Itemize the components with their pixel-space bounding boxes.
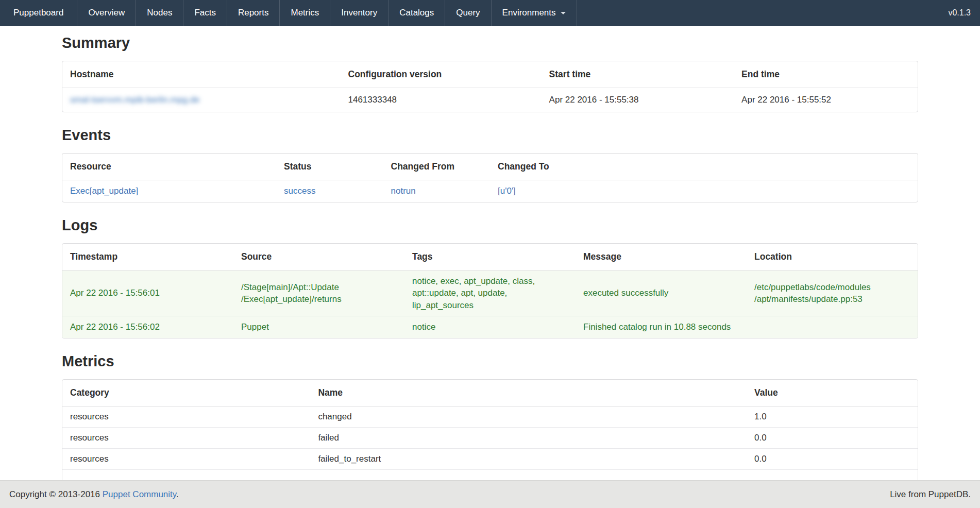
- log-message-cell: Finished catalog run in 10.88 seconds: [576, 316, 747, 338]
- environments-dropdown-label: Environments: [502, 8, 556, 18]
- events-col-changed-to: Changed To: [490, 154, 918, 180]
- log-tags-cell: notice: [404, 316, 576, 338]
- log-message-cell: executed successfully: [576, 270, 747, 316]
- log-location-cell: /etc/puppetlabs/code/modules /apt/manife…: [747, 270, 918, 316]
- events-table: Resource Status Changed From Changed To …: [62, 154, 918, 202]
- log-source-cell: Puppet: [233, 316, 404, 338]
- nav-item-metrics[interactable]: Metrics: [279, 0, 330, 26]
- metrics-col-category: Category: [62, 380, 310, 407]
- log-timestamp-cell: Apr 22 2016 - 15:56:01: [62, 270, 233, 316]
- log-row: Apr 22 2016 - 15:56:02 Puppet notice Fin…: [62, 316, 918, 338]
- changed-from-cell: notrun: [383, 180, 491, 202]
- hostname-cell: smal-tservvm.mpib-berlin.mpg.de: [62, 88, 341, 112]
- puppetdb-status-text: Live from PuppetDB.: [890, 489, 971, 500]
- summary-table: Hostname Configuration version Start tim…: [62, 61, 918, 112]
- nav-item-reports[interactable]: Reports: [227, 0, 280, 26]
- metrics-heading: Metrics: [62, 354, 918, 369]
- log-source-cell: /Stage[main]/Apt::Update /Exec[apt_updat…: [233, 270, 404, 316]
- metric-row: resources failed_to_restart 0.0: [62, 448, 918, 469]
- nav-item-query[interactable]: Query: [445, 0, 491, 26]
- status-link[interactable]: success: [284, 186, 315, 196]
- copyright-suffix: .: [176, 489, 179, 499]
- nav-item-nodes[interactable]: Nodes: [136, 0, 183, 26]
- events-header-row: Resource Status Changed From Changed To: [62, 154, 918, 180]
- summary-heading: Summary: [62, 36, 918, 50]
- start-time-cell: Apr 22 2016 - 15:55:38: [542, 88, 734, 112]
- environments-dropdown[interactable]: Environments: [491, 0, 577, 26]
- app-version-label: v0.1.3: [939, 0, 980, 26]
- changed-to-link[interactable]: [u'0']: [498, 186, 516, 196]
- top-navbar: Puppetboard Overview Nodes Facts Reports…: [0, 0, 980, 26]
- nav-item-facts[interactable]: Facts: [183, 0, 227, 26]
- resource-cell: Exec[apt_update]: [62, 180, 276, 202]
- page-footer: Copyright © 2013-2016 Puppet Community. …: [0, 480, 980, 508]
- events-heading: Events: [62, 128, 918, 143]
- logs-heading: Logs: [62, 218, 918, 233]
- nav-brand-puppetboard[interactable]: Puppetboard: [0, 0, 77, 26]
- summary-panel: Hostname Configuration version Start tim…: [62, 61, 918, 112]
- nav-item-overview[interactable]: Overview: [77, 0, 136, 26]
- nav-item-inventory[interactable]: Inventory: [330, 0, 388, 26]
- summary-row: smal-tservvm.mpib-berlin.mpg.de 14613333…: [62, 88, 918, 112]
- status-cell: success: [276, 180, 383, 202]
- logs-col-timestamp: Timestamp: [62, 244, 233, 270]
- logs-header-row: Timestamp Source Tags Message Location: [62, 244, 918, 270]
- logs-table: Timestamp Source Tags Message Location A…: [62, 244, 918, 338]
- log-location-cell: [747, 316, 918, 338]
- resource-link[interactable]: Exec[apt_update]: [70, 186, 138, 196]
- metric-row: resources failed 0.0: [62, 427, 918, 448]
- events-col-changed-from: Changed From: [383, 154, 491, 180]
- metric-value-cell: 0.0: [747, 427, 918, 448]
- nav-item-catalogs[interactable]: Catalogs: [388, 0, 445, 26]
- summary-col-config-version: Configuration version: [341, 61, 542, 88]
- metrics-header-row: Category Name Value: [62, 380, 918, 407]
- metrics-panel: Category Name Value resources changed 1.…: [62, 379, 918, 491]
- summary-col-start-time: Start time: [542, 61, 734, 88]
- logs-col-source: Source: [233, 244, 404, 270]
- summary-header-row: Hostname Configuration version Start tim…: [62, 61, 918, 88]
- metric-value-cell: 0.0: [747, 448, 918, 469]
- chevron-down-icon: [561, 12, 566, 14]
- metric-category-cell: resources: [62, 448, 310, 469]
- copyright-prefix: Copyright © 2013-2016: [9, 489, 103, 499]
- metrics-table: Category Name Value resources changed 1.…: [62, 380, 918, 490]
- main-content: Summary Hostname Configuration version S…: [62, 36, 918, 491]
- changed-from-link[interactable]: notrun: [391, 186, 416, 196]
- logs-col-location: Location: [747, 244, 918, 270]
- metrics-col-name: Name: [310, 380, 747, 407]
- events-panel: Resource Status Changed From Changed To …: [62, 153, 918, 202]
- puppet-community-link[interactable]: Puppet Community: [103, 489, 176, 499]
- summary-col-end-time: End time: [734, 61, 918, 88]
- logs-col-message: Message: [576, 244, 747, 270]
- logs-panel: Timestamp Source Tags Message Location A…: [62, 243, 918, 338]
- metric-value-cell: 1.0: [747, 406, 918, 427]
- log-row: Apr 22 2016 - 15:56:01 /Stage[main]/Apt:…: [62, 270, 918, 316]
- metric-category-cell: resources: [62, 427, 310, 448]
- end-time-cell: Apr 22 2016 - 15:55:52: [734, 88, 918, 112]
- events-col-resource: Resource: [62, 154, 276, 180]
- logs-col-tags: Tags: [404, 244, 576, 270]
- hostname-link[interactable]: smal-tservvm.mpib-berlin.mpg.de: [70, 95, 199, 105]
- metric-row: resources changed 1.0: [62, 406, 918, 427]
- events-row: Exec[apt_update] success notrun [u'0']: [62, 180, 918, 202]
- log-tags-cell: notice, exec, apt_update, class, apt::up…: [404, 270, 576, 316]
- events-col-status: Status: [276, 154, 383, 180]
- metrics-col-value: Value: [747, 380, 918, 407]
- changed-to-cell: [u'0']: [490, 180, 918, 202]
- log-timestamp-cell: Apr 22 2016 - 15:56:02: [62, 316, 233, 338]
- config-version-cell: 1461333348: [341, 88, 542, 112]
- metric-name-cell: failed_to_restart: [310, 448, 747, 469]
- metric-name-cell: failed: [310, 427, 747, 448]
- copyright-text: Copyright © 2013-2016 Puppet Community.: [9, 489, 179, 500]
- metric-category-cell: resources: [62, 406, 310, 427]
- metric-name-cell: changed: [310, 406, 747, 427]
- summary-col-hostname: Hostname: [62, 61, 341, 88]
